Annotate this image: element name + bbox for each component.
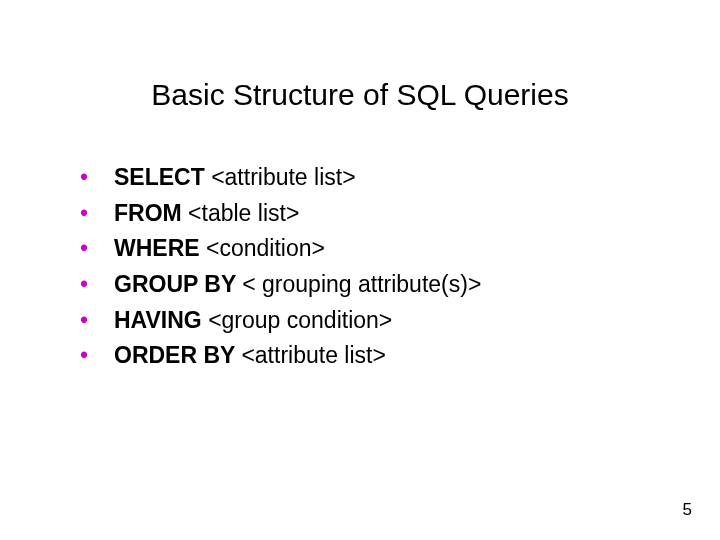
keyword: GROUP BY bbox=[114, 267, 242, 303]
list-item: • SELECT <attribute list> bbox=[80, 160, 481, 196]
slide-title: Basic Structure of SQL Queries bbox=[0, 78, 720, 112]
list-item: • FROM <table list> bbox=[80, 196, 481, 232]
keyword: FROM bbox=[114, 196, 188, 232]
bullet-icon: • bbox=[80, 338, 114, 374]
list-item: • ORDER BY <attribute list> bbox=[80, 338, 481, 374]
page-number: 5 bbox=[683, 500, 692, 520]
keyword: HAVING bbox=[114, 303, 208, 339]
argument: <condition> bbox=[206, 231, 325, 267]
bullet-icon: • bbox=[80, 267, 114, 303]
keyword: WHERE bbox=[114, 231, 206, 267]
keyword: ORDER BY bbox=[114, 338, 241, 374]
bullet-icon: • bbox=[80, 231, 114, 267]
argument: <attribute list> bbox=[241, 338, 385, 374]
argument: < grouping attribute(s)> bbox=[242, 267, 481, 303]
bullet-icon: • bbox=[80, 196, 114, 232]
argument: <attribute list> bbox=[211, 160, 355, 196]
argument: <table list> bbox=[188, 196, 299, 232]
argument: <group condition> bbox=[208, 303, 392, 339]
slide: Basic Structure of SQL Queries • SELECT … bbox=[0, 0, 720, 540]
bullet-list: • SELECT <attribute list> • FROM <table … bbox=[80, 160, 481, 374]
bullet-icon: • bbox=[80, 303, 114, 339]
list-item: • HAVING <group condition> bbox=[80, 303, 481, 339]
bullet-icon: • bbox=[80, 160, 114, 196]
list-item: • GROUP BY < grouping attribute(s)> bbox=[80, 267, 481, 303]
list-item: • WHERE <condition> bbox=[80, 231, 481, 267]
keyword: SELECT bbox=[114, 160, 211, 196]
